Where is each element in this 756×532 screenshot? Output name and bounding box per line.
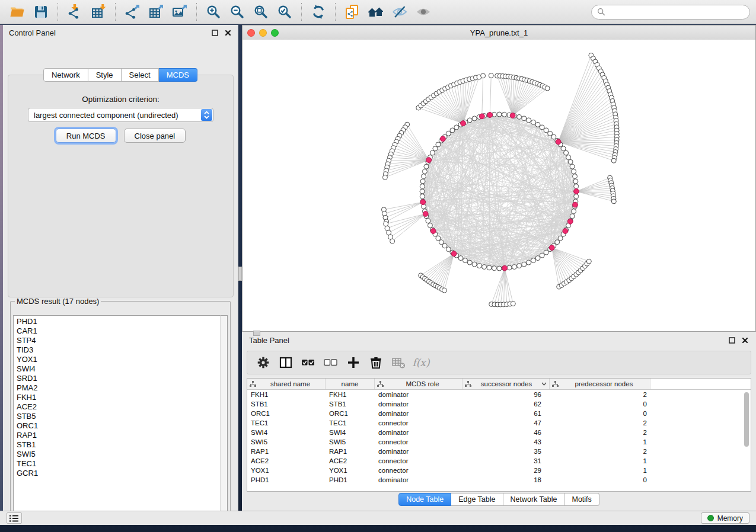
table-row[interactable]: FKH1FKH1dominator962 — [247, 390, 751, 399]
tab-node-table[interactable]: Node Table — [398, 493, 451, 506]
add-button[interactable] — [343, 353, 363, 372]
import-network-button[interactable] — [63, 2, 86, 22]
table-row[interactable]: SWI5SWI5connector431 — [247, 437, 751, 447]
mcds-result-item[interactable]: TEC1 — [17, 459, 221, 469]
table-row[interactable]: PHD1PHD1dominator180 — [247, 475, 751, 485]
cell-successor-nodes: 35 — [462, 448, 550, 455]
criterion-select[interactable]: largest connected component (undirected) — [28, 108, 213, 122]
table-row[interactable]: ORC1ORC1dominator610 — [247, 409, 751, 418]
mcds-result-item[interactable]: PMA2 — [17, 383, 221, 393]
hide-selected-button[interactable] — [388, 2, 411, 22]
delete-button[interactable] — [366, 353, 386, 372]
table-scrollbar[interactable] — [744, 390, 749, 490]
open-file-button[interactable] — [6, 2, 28, 22]
mcds-result-item[interactable]: FKH1 — [17, 393, 221, 402]
vertical-splitter-handle[interactable] — [238, 267, 242, 281]
zoom-selected-button[interactable] — [273, 2, 296, 22]
cell-successor-nodes: 96 — [462, 391, 550, 398]
table-panel-title: Table Panel — [249, 336, 289, 345]
export-table-button[interactable] — [145, 2, 167, 22]
mcds-result-item[interactable]: PHD1 — [17, 317, 221, 326]
column-header-successor-nodes[interactable]: successor nodes — [462, 379, 550, 389]
first-neighbors-icon — [368, 4, 384, 20]
network-canvas[interactable] — [243, 40, 755, 331]
columns-button[interactable] — [276, 353, 296, 372]
column-header-filler — [650, 379, 751, 389]
import-table-button[interactable] — [87, 2, 110, 22]
scrollbar-thumb[interactable] — [744, 392, 749, 447]
tab-edge-table[interactable]: Edge Table — [451, 493, 503, 506]
mcds-result-item[interactable]: SWI4 — [17, 364, 221, 374]
column-header-predecessor-nodes[interactable]: predecessor nodes — [550, 379, 650, 389]
cell-successor-nodes: 29 — [462, 467, 550, 474]
zoom-fit-button[interactable] — [250, 2, 272, 22]
cell-successor-nodes: 18 — [462, 476, 550, 483]
tab-motifs[interactable]: Motifs — [564, 493, 599, 506]
tab-network-table[interactable]: Network Table — [503, 493, 565, 506]
cell-MCDS-role: connector — [375, 438, 462, 446]
gear-button[interactable] — [253, 353, 273, 372]
run-mcds-button[interactable]: Run MCDS — [56, 129, 116, 143]
add-icon — [346, 355, 361, 370]
memory-button[interactable]: Memory — [701, 512, 749, 524]
hierarchy-icon — [465, 381, 471, 387]
column-header-name[interactable]: name — [326, 379, 375, 389]
zoom-out-button[interactable] — [226, 2, 248, 22]
table-row[interactable]: TEC1TEC1connector472 — [247, 418, 751, 428]
zoom-in-icon — [206, 4, 221, 20]
mcds-result-item[interactable]: ORC1 — [17, 421, 221, 431]
search-box[interactable] — [591, 5, 750, 20]
mcds-result-item[interactable]: TID3 — [17, 345, 221, 355]
table-row[interactable]: YOX1YOX1connector291 — [247, 466, 751, 475]
zoom-fit-icon — [253, 4, 269, 20]
table-panel-titlebar: Table Panel — [242, 332, 756, 348]
horizontal-splitter-handle[interactable] — [253, 331, 260, 336]
panel-list-button[interactable] — [7, 512, 22, 524]
table-row[interactable]: STB1STB1dominator620 — [247, 399, 751, 409]
float-panel-icon[interactable] — [210, 28, 219, 37]
column-header-shared-name[interactable]: shared name — [247, 379, 326, 389]
show-all-button[interactable] — [412, 2, 435, 22]
mcds-result-item[interactable]: STB5 — [17, 412, 221, 421]
mcds-result-item[interactable]: STB1 — [17, 440, 221, 450]
mcds-result-item[interactable]: SWI5 — [17, 450, 221, 459]
table-row[interactable]: ACE2ACE2connector311 — [247, 456, 751, 466]
mcds-result-item[interactable]: STP4 — [17, 336, 221, 345]
cell-name: SWI5 — [326, 438, 375, 446]
cell-successor-nodes: 47 — [462, 419, 550, 427]
mcds-list-scrollbar[interactable] — [220, 315, 228, 514]
column-header-MCDS-role[interactable]: MCDS role — [375, 379, 462, 389]
select-arrows-icon — [201, 109, 212, 121]
export-image-button[interactable] — [168, 2, 191, 22]
deselect-all-button[interactable] — [321, 353, 341, 372]
refresh-button[interactable] — [307, 2, 330, 22]
first-neighbors-button[interactable] — [365, 2, 387, 22]
select-all-button[interactable] — [298, 353, 318, 372]
mcds-result-item[interactable]: SRD1 — [17, 374, 221, 383]
zoom-selected-icon — [277, 4, 292, 20]
mcds-result-list: PHD1CAR1STP4TID3YOX1SWI4SRD1PMA2FKH1ACE2… — [13, 315, 221, 514]
table-row[interactable]: RAP1RAP1dominator352 — [247, 447, 751, 456]
float-panel-icon[interactable] — [728, 336, 736, 344]
tab-select[interactable]: Select — [122, 68, 159, 82]
search-input[interactable] — [609, 7, 744, 17]
table-row[interactable]: SWI4SWI4dominator462 — [247, 428, 751, 437]
mcds-result-item[interactable]: GCR1 — [17, 469, 221, 478]
save-session-button[interactable] — [30, 2, 52, 22]
close-panel-icon[interactable] — [224, 28, 232, 37]
control-panel-title: Control Panel — [9, 28, 56, 37]
mcds-result-item[interactable]: RAP1 — [17, 431, 221, 440]
duplicate-network-button[interactable] — [341, 2, 363, 22]
cell-predecessor-nodes: 1 — [550, 467, 650, 474]
tab-style[interactable]: Style — [88, 68, 122, 82]
cell-predecessor-nodes: 1 — [550, 457, 650, 464]
close-panel-button[interactable]: Close panel — [124, 129, 186, 143]
mcds-result-item[interactable]: CAR1 — [17, 326, 221, 336]
tab-mcds[interactable]: MCDS — [159, 68, 197, 82]
tab-network[interactable]: Network — [43, 68, 88, 82]
zoom-in-button[interactable] — [202, 2, 225, 22]
close-panel-icon[interactable] — [741, 336, 749, 344]
export-network-button[interactable] — [121, 2, 143, 22]
mcds-result-item[interactable]: ACE2 — [17, 402, 221, 412]
mcds-result-item[interactable]: YOX1 — [17, 355, 221, 364]
